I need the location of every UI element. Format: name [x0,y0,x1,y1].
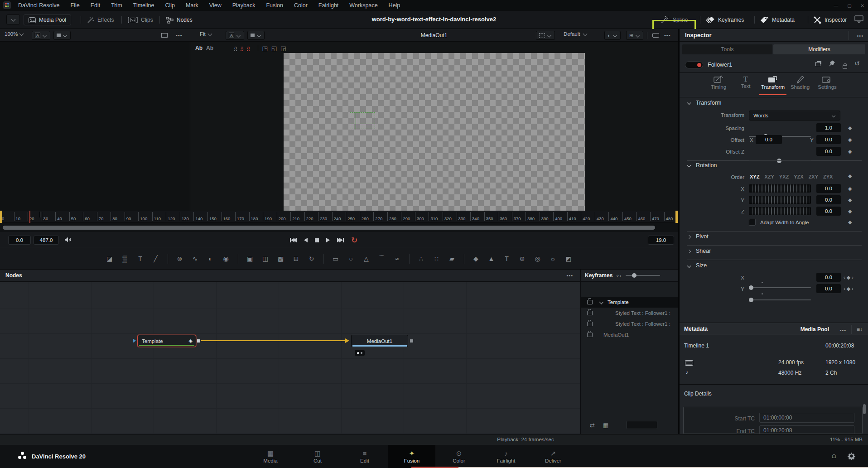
tool-icon[interactable]: ▰ [444,253,460,264]
lock-icon[interactable] [587,333,593,337]
right-viewer[interactable]: Ab Ab a a a ◳ ◱ ◲ [191,42,678,211]
render-range-start-marker[interactable] [0,211,2,223]
tool-icon[interactable]: ∴ [414,253,429,264]
order-keyframe-diamond[interactable]: ◆ [848,173,852,179]
lock-icon[interactable] [587,300,593,304]
tab-shading[interactable]: Shading [786,75,814,90]
tool-icon[interactable]: ↻ [304,253,319,264]
spreadsheet-icon[interactable]: ⇄ [590,422,595,429]
menu-item[interactable]: Color [289,2,313,9]
tool-icon[interactable]: ◆ [468,253,484,264]
page-tab[interactable]: ⊙ Color [435,445,482,468]
copy-icon[interactable] [815,62,820,66]
page-tab[interactable]: ≡ Edit [341,445,388,468]
size-y-slider[interactable] [749,299,811,300]
adapt-keyframe-diamond[interactable]: ◆ [848,219,852,225]
audio-mute-button[interactable] [64,236,72,245]
keyframes-row-mediaout[interactable]: MediaOut1 [581,329,678,340]
end-tc-field[interactable]: 01:00:20:08 [759,425,854,434]
clips-button[interactable]: Clips [128,14,153,25]
page-tab[interactable]: ↗ Deliver [530,445,577,468]
size-x-slider[interactable] [749,287,811,288]
letter-gray-button[interactable]: a [234,45,237,51]
size-section-title[interactable]: Size [696,262,707,269]
lock-icon[interactable] [587,311,593,315]
tool-icon[interactable]: ▒ [117,253,133,264]
viewer-assign-dots[interactable] [355,350,365,356]
template-node-input[interactable] [133,338,136,343]
pin-icon[interactable] [829,60,835,67]
rotation-section-title[interactable]: Rotation [696,162,717,169]
follow-baseline-button[interactable]: Ab [206,45,213,51]
template-node-output[interactable] [197,339,200,343]
tool-icon[interactable]: ▭ [328,253,343,264]
offset-z-keyframe-diamond[interactable]: ◆ [848,149,852,154]
rotation-z-keyframe-diamond[interactable]: ◆ [848,208,852,214]
viewer-grid-select[interactable]: ⊞ [626,31,643,40]
shear-section-title[interactable]: Shear [696,248,711,254]
spacing-field[interactable]: 1.0 [816,123,841,132]
viewer-3d-select[interactable]: ◐ [604,31,621,40]
tool-icon[interactable]: △ [359,253,374,264]
layout-toggle-button[interactable] [6,14,20,24]
page-tab[interactable]: ✦ Fusion [388,445,435,468]
chevron-right-icon[interactable] [687,235,691,239]
window-control-button[interactable]: ▢ [847,3,851,8]
menu-item[interactable]: Fusion [260,2,289,9]
goto-start-button[interactable] [290,238,297,242]
rotation-order-option[interactable]: ZXY [809,174,818,179]
inspector-options-button[interactable]: ••• [857,33,863,39]
range-end-field[interactable]: 487.0 [34,236,59,245]
node-graph[interactable]: Template ◈ MediaOut1 [0,282,580,434]
inspector-tab-modifiers[interactable]: Modifiers [773,44,865,54]
left-viewer-lut-select[interactable] [53,31,71,40]
menu-item[interactable]: Help [383,2,406,9]
menu-item[interactable]: View [204,2,227,9]
page-tab[interactable]: ◫ Cut [294,445,341,468]
media-pool-button[interactable]: Media Pool [24,14,71,25]
tool-icon[interactable]: ∿ [188,253,203,264]
time-stretch-field[interactable] [627,421,657,429]
template-node[interactable]: Template ◈ [137,335,196,347]
rotation-z-thumbwheel[interactable] [749,207,811,215]
transform-mode-select[interactable]: Words [749,111,840,121]
tool-icon[interactable]: ◉ [218,253,234,264]
letter-red-button-1[interactable]: a [241,45,243,51]
tool-icon[interactable]: ⌒ [374,253,390,264]
tool-icon[interactable]: ▩ [273,253,289,264]
transform-widget-icon[interactable]: ◳ [262,45,267,52]
letter-red-button-2[interactable]: a [247,45,250,51]
tool-icon[interactable]: ╱ [148,253,164,264]
table-icon[interactable]: ▦ [603,422,608,429]
offset-x-field[interactable]: 0.0 [756,135,782,144]
keyframes-zoom-slider[interactable] [626,275,660,276]
left-viewer-frame-button[interactable] [161,33,168,38]
viewer-display-button[interactable] [652,33,659,38]
menu-item[interactable]: Edit [85,2,106,9]
tool-icon[interactable]: ≈ [390,253,405,264]
rotation-x-field[interactable]: 0.0 [816,184,841,193]
chevron-down-icon[interactable] [687,164,691,167]
time-ruler[interactable]: 0102030405060708090100110120130140150160… [0,211,678,223]
tool-icon[interactable]: ⊚ [172,253,188,264]
gear-icon[interactable] [848,452,855,460]
goto-end-button[interactable] [337,238,344,242]
playhead[interactable] [29,211,30,223]
inspector-tab-tools[interactable]: Tools [682,44,772,54]
keyframes-row-styled-text-1[interactable]: Styled Text : Follower1 : [581,308,678,318]
metadata-button[interactable]: Metadata [760,14,795,25]
menu-item[interactable]: Clip [160,2,181,9]
page-tab[interactable]: ♪ Fairlight [482,445,530,468]
tab-timing[interactable]: Timing [705,75,732,90]
menu-item[interactable]: Trim [106,2,128,9]
size-y-field[interactable]: 0.0 [816,284,841,293]
chevron-down-icon[interactable] [687,101,691,105]
tool-icon[interactable]: ◎ [530,253,545,264]
pivot-section-title[interactable]: Pivot [696,233,709,240]
rotation-y-field[interactable]: 0.0 [816,195,841,204]
transform-section-title[interactable]: Transform [696,100,722,106]
offset-keyframe-diamond[interactable]: ◆ [848,137,852,143]
tool-icon[interactable]: ◪ [102,253,117,264]
left-viewer-channel-select[interactable]: A [32,31,50,40]
home-icon[interactable]: ⌂ [832,451,836,460]
